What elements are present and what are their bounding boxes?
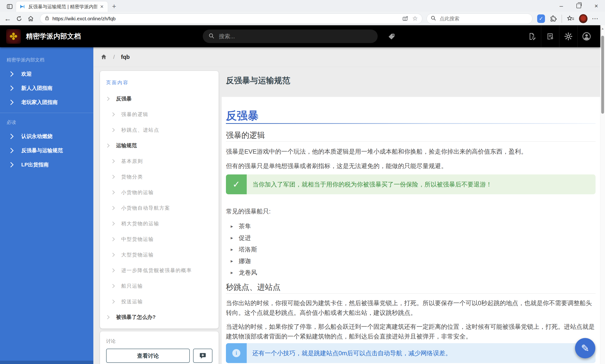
- toc-item[interactable]: 基本原则: [106, 153, 212, 169]
- browser-menu-icon[interactable]: ⋯: [592, 15, 599, 23]
- favorite-star-icon[interactable]: ☆: [412, 15, 418, 22]
- wiki-search-box[interactable]: [203, 29, 378, 43]
- toc-item[interactable]: 秒跳点、进站点: [106, 122, 212, 138]
- sidebar-item-perpetual-burn[interactable]: 认识永动燃烧: [0, 129, 93, 143]
- wiki-sidebar: 精密学派内部文档 欢迎 新人入团指南 老玩家入团指南 必读 认识永动燃烧 反强暴…: [0, 47, 93, 364]
- toc-item[interactable]: 小货物的运输: [106, 185, 212, 200]
- favorites-bar-icon[interactable]: [567, 15, 574, 22]
- home-icon[interactable]: [101, 54, 107, 60]
- extensions-puzzle-icon[interactable]: [550, 15, 557, 22]
- refresh-button[interactable]: [13, 15, 25, 22]
- toc-item[interactable]: 被强暴了怎么办?: [106, 309, 212, 325]
- toc-item[interactable]: 船只运输: [106, 278, 212, 294]
- wiki-search-input[interactable]: [218, 33, 361, 40]
- wiki-logo[interactable]: ✤: [6, 29, 21, 44]
- success-callout: ✓ 当你加入了军团，就相当于用你的税为你被强暴买了一份保险，所以被强暴后不要退游…: [226, 174, 595, 194]
- chevron-right-icon: [111, 300, 115, 304]
- toc-item[interactable]: 强暴的逻辑: [106, 107, 212, 122]
- edit-page-button[interactable]: [523, 25, 541, 47]
- chevron-right-icon: [8, 86, 14, 91]
- chevron-right-icon: [111, 175, 115, 179]
- ship-list-intro: 常见的强暴船只:: [226, 207, 595, 216]
- sidebar-item-veteran-guide[interactable]: 老玩家入团指南: [0, 95, 93, 109]
- tab-close-icon[interactable]: ×: [99, 3, 104, 10]
- breadcrumb: / fqb: [93, 47, 600, 67]
- paragraph: 强暴是EVE游戏中的一个玩法，他的本质逻辑是用一堆小成本船和你换船，捡走你掉出来…: [226, 147, 595, 156]
- sidebar-item-antigank-rules[interactable]: 反强暴与运输规范: [0, 143, 93, 158]
- info-icon: i: [226, 343, 247, 363]
- browser-tab-bar: 反强暴与运输规范 | 精密学派内部 × + – ×: [0, 0, 605, 12]
- back-button[interactable]: ←: [2, 15, 13, 23]
- chevron-right-icon: [111, 222, 115, 226]
- toc-item[interactable]: 运输规范: [106, 138, 212, 153]
- chevron-right-icon: [8, 148, 14, 153]
- new-tab-button[interactable]: +: [112, 3, 116, 10]
- page-scrollbar[interactable]: ▲: [600, 25, 605, 364]
- lock-icon: [44, 16, 50, 22]
- new-page-button[interactable]: [541, 25, 559, 47]
- breadcrumb-separator: /: [113, 54, 115, 60]
- toc-label: 页面内容: [106, 79, 212, 86]
- toc-item[interactable]: 稍大货物的运输: [106, 216, 212, 231]
- browser-window: 反强暴与运输规范 | 精密学派内部 × + – × ← https://wiki…: [0, 0, 605, 364]
- wiki-header: ✤ 精密学派内部文档: [0, 25, 600, 47]
- address-bar[interactable]: https://wiki.exct.online/zh/fqb ☆: [40, 13, 422, 24]
- edit-fab-button[interactable]: ✎: [575, 338, 595, 358]
- chevron-right-icon: [111, 159, 115, 163]
- site-favicon-icon: [19, 3, 26, 10]
- browser-tab[interactable]: 反强暴与运输规范 | 精密学派内部 ×: [16, 1, 108, 12]
- scrollbar-thumb[interactable]: [601, 36, 604, 114]
- breadcrumb-current[interactable]: fqb: [121, 54, 130, 60]
- toc-item[interactable]: 中型货物运输: [106, 231, 212, 247]
- ship-list: ▸茶隼 ▸促进 ▸塔洛斯 ▸娜迦 ▸龙卷风: [226, 221, 595, 277]
- chevron-right-icon: [111, 113, 115, 117]
- info-callout-text: 还有一个小技巧，就是跳建站点0m后可以点击自动导航，减少网络误差。: [247, 343, 595, 363]
- pencil-icon: ✎: [581, 342, 589, 354]
- chevron-right-icon: [8, 71, 14, 77]
- window-close-button[interactable]: ×: [588, 0, 605, 12]
- info-callout: i 还有一个小技巧，就是跳建站点0m后可以点击自动导航，减少网络误差。: [226, 343, 595, 363]
- new-comment-button[interactable]: [193, 349, 212, 363]
- chevron-right-icon: [8, 162, 14, 168]
- toc-item[interactable]: 货物分类: [106, 169, 212, 185]
- sidebar-item-lp-guide[interactable]: LP出货指南: [0, 158, 93, 172]
- browser-search-input[interactable]: [439, 16, 520, 22]
- chevron-right-icon: [111, 206, 115, 210]
- triangle-bullet-icon: ▸: [226, 258, 239, 264]
- sidebar-item-welcome[interactable]: 欢迎: [0, 67, 93, 81]
- list-item: ▸龙卷风: [226, 268, 595, 277]
- toc-item[interactable]: 小货物自动导航方案: [106, 200, 212, 216]
- view-discussion-button[interactable]: 查看讨论: [106, 349, 190, 363]
- tags-icon[interactable]: [386, 31, 397, 42]
- scrollbar-up-arrow[interactable]: ▲: [600, 27, 605, 30]
- toc-item[interactable]: 进一步降低货舰被强暴的概率: [106, 263, 212, 278]
- list-item: ▸茶隼: [226, 221, 595, 231]
- chevron-right-icon: [8, 100, 14, 105]
- extension-badge-icon[interactable]: ✓: [537, 14, 545, 23]
- search-icon: [431, 15, 436, 22]
- triangle-bullet-icon: ▸: [226, 270, 239, 275]
- sidebar-item-newbie-guide[interactable]: 新人入团指南: [0, 81, 93, 95]
- window-restore-button[interactable]: [570, 0, 588, 12]
- home-button[interactable]: [25, 15, 37, 22]
- chevron-right-icon: [8, 134, 14, 139]
- account-icon[interactable]: [577, 25, 595, 47]
- toc-item[interactable]: 投送运输: [106, 294, 212, 309]
- browser-search-box[interactable]: [426, 13, 532, 24]
- toc-item[interactable]: 大型货物运输: [106, 247, 212, 263]
- admin-gear-icon[interactable]: [559, 25, 577, 47]
- heading-underline: [226, 123, 595, 124]
- logo-glyph-icon: ✤: [10, 31, 17, 42]
- section-heading-antigank: 反强暴: [226, 108, 595, 123]
- split-screen-icon[interactable]: [402, 16, 408, 22]
- window-minimize-button[interactable]: –: [553, 0, 570, 12]
- wiki-header-actions: [523, 25, 595, 47]
- chevron-right-icon: [111, 191, 115, 195]
- chevron-right-icon: [106, 97, 110, 101]
- toc-item[interactable]: 反强暴: [106, 91, 212, 107]
- restore-icon: [576, 3, 581, 8]
- wiki-title: 精密学派内部文档: [26, 32, 81, 41]
- profile-avatar[interactable]: [579, 14, 588, 23]
- tab-actions-icon[interactable]: [4, 2, 15, 11]
- url-text: https://wiki.exct.online/zh/fqb: [52, 16, 398, 22]
